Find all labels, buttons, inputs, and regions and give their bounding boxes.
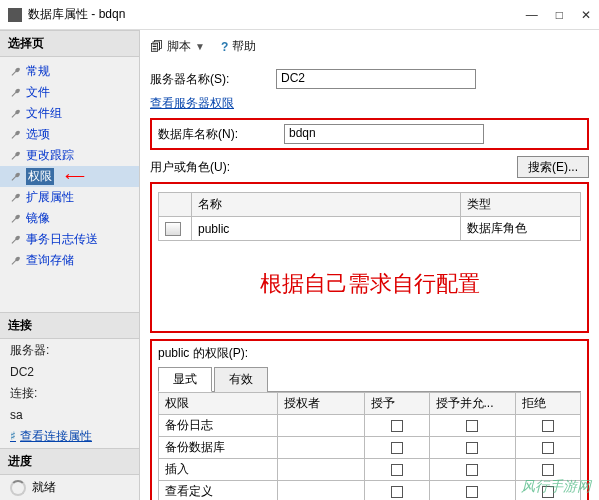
script-icon: 🗐 <box>150 39 163 54</box>
perm-name: 插入 <box>159 459 278 481</box>
sidebar-items: 常规文件文件组选项更改跟踪权限⟵扩展属性镜像事务日志传送查询存储 <box>0 57 139 275</box>
col-type[interactable]: 类型 <box>461 193 581 217</box>
sidebar-item-1[interactable]: 文件 <box>0 82 139 103</box>
sidebar-item-7[interactable]: 镜像 <box>0 208 139 229</box>
sidebar-item-5[interactable]: 权限⟵ <box>0 166 139 187</box>
perm-tabs: 显式 有效 <box>158 366 581 392</box>
sidebar-item-0[interactable]: 常规 <box>0 61 139 82</box>
sidebar-item-label: 更改跟踪 <box>26 147 74 164</box>
checkbox[interactable] <box>391 464 403 476</box>
user-role-label: 用户或角色(U): <box>150 159 230 176</box>
progress-label: 就绪 <box>32 479 56 496</box>
sidebar-item-label: 常规 <box>26 63 50 80</box>
sidebar-item-label: 镜像 <box>26 210 50 227</box>
col-grant[interactable]: 授予 <box>364 393 429 415</box>
permissions-title: public 的权限(P): <box>158 345 581 362</box>
window-buttons: — □ ✕ <box>526 8 591 22</box>
checkbox[interactable] <box>466 420 478 432</box>
titlebar: 数据库属性 - bdqn — □ ✕ <box>0 0 599 30</box>
db-name-highlight: 数据库名称(N): bdqn <box>150 118 589 150</box>
perm-row[interactable]: 查看定义 <box>159 481 581 501</box>
app-icon <box>8 8 22 22</box>
wrench-icon <box>10 171 22 183</box>
sidebar-item-label: 文件 <box>26 84 50 101</box>
tab-effective[interactable]: 有效 <box>214 367 268 392</box>
checkbox[interactable] <box>542 442 554 454</box>
permissions-highlight: public 的权限(P): 显式 有效 权限 授权者 授予 授予并允... 拒… <box>150 339 589 500</box>
script-dropdown-icon[interactable]: ▼ <box>195 41 205 52</box>
perm-row[interactable]: 插入 <box>159 459 581 481</box>
perm-grantor <box>278 481 365 501</box>
col-perm[interactable]: 权限 <box>159 393 278 415</box>
perm-name: 备份日志 <box>159 415 278 437</box>
checkbox[interactable] <box>466 464 478 476</box>
perm-grantor <box>278 459 365 481</box>
conn-value: sa <box>0 405 139 425</box>
wrench-icon <box>10 66 22 78</box>
wrench-icon <box>10 87 22 99</box>
sidebar-item-9[interactable]: 查询存储 <box>0 250 139 271</box>
conn-label: 连接: <box>0 382 139 405</box>
spinner-icon <box>10 480 26 496</box>
checkbox[interactable] <box>466 442 478 454</box>
permissions-table: 权限 授权者 授予 授予并允... 拒绝 备份日志备份数据库插入查看定义查看任意… <box>158 392 581 500</box>
checkbox[interactable] <box>466 486 478 498</box>
help-button[interactable]: 帮助 <box>232 38 256 55</box>
sidebar-item-6[interactable]: 扩展属性 <box>0 187 139 208</box>
col-deny[interactable]: 拒绝 <box>516 393 581 415</box>
sidebar: 选择页 常规文件文件组选项更改跟踪权限⟵扩展属性镜像事务日志传送查询存储 连接 … <box>0 30 140 500</box>
perm-row[interactable]: 备份日志 <box>159 415 581 437</box>
server-name-field: DC2 <box>276 69 476 89</box>
progress-header: 进度 <box>0 448 139 475</box>
toolbar: 🗐 脚本 ▼ ? 帮助 <box>150 36 589 63</box>
checkbox[interactable] <box>391 486 403 498</box>
role-icon <box>165 222 181 236</box>
annotation-text: 根据自己需求自行配置 <box>158 241 581 327</box>
sidebar-item-label: 权限 <box>26 168 54 185</box>
sidebar-item-8[interactable]: 事务日志传送 <box>0 229 139 250</box>
sidebar-item-label: 文件组 <box>26 105 62 122</box>
sidebar-item-label: 事务日志传送 <box>26 231 98 248</box>
sidebar-item-2[interactable]: 文件组 <box>0 103 139 124</box>
perm-header-row: 权限 授权者 授予 授予并允... 拒绝 <box>159 393 581 415</box>
checkbox[interactable] <box>391 420 403 432</box>
window-title: 数据库属性 - bdqn <box>28 6 526 23</box>
wrench-icon <box>10 192 22 204</box>
sidebar-item-4[interactable]: 更改跟踪 <box>0 145 139 166</box>
server-name-label: 服务器名称(S): <box>150 71 270 88</box>
checkbox[interactable] <box>542 420 554 432</box>
wrench-icon <box>10 213 22 225</box>
checkbox[interactable] <box>391 442 403 454</box>
role-name-cell: public <box>192 217 461 241</box>
search-button[interactable]: 搜索(E)... <box>517 156 589 178</box>
view-server-permissions-link[interactable]: 查看服务器权限 <box>150 95 234 112</box>
sidebar-item-label: 选项 <box>26 126 50 143</box>
view-connection-link[interactable]: ♯查看连接属性 <box>0 425 139 448</box>
wrench-icon <box>10 150 22 162</box>
table-row[interactable]: public 数据库角色 <box>159 217 581 241</box>
col-name[interactable]: 名称 <box>192 193 461 217</box>
close-button[interactable]: ✕ <box>581 8 591 22</box>
col-with-grant[interactable]: 授予并允... <box>429 393 516 415</box>
script-button[interactable]: 脚本 <box>167 38 191 55</box>
perm-name: 查看定义 <box>159 481 278 501</box>
arrow-icon: ⟵ <box>65 168 85 184</box>
server-value: DC2 <box>0 362 139 382</box>
maximize-button[interactable]: □ <box>556 8 563 22</box>
minimize-button[interactable]: — <box>526 8 538 22</box>
perm-grantor <box>278 415 365 437</box>
connection-header: 连接 <box>0 312 139 339</box>
wrench-icon <box>10 234 22 246</box>
col-grantor[interactable]: 授权者 <box>278 393 365 415</box>
progress-row: 就绪 <box>0 475 139 500</box>
sidebar-item-label: 扩展属性 <box>26 189 74 206</box>
server-label: 服务器: <box>0 339 139 362</box>
server-name-row: 服务器名称(S): DC2 <box>150 69 589 89</box>
role-type-cell: 数据库角色 <box>461 217 581 241</box>
perm-row[interactable]: 备份数据库 <box>159 437 581 459</box>
tab-explicit[interactable]: 显式 <box>158 367 212 392</box>
wrench-icon <box>10 108 22 120</box>
db-name-label: 数据库名称(N): <box>158 126 278 143</box>
sidebar-item-3[interactable]: 选项 <box>0 124 139 145</box>
checkbox[interactable] <box>542 464 554 476</box>
